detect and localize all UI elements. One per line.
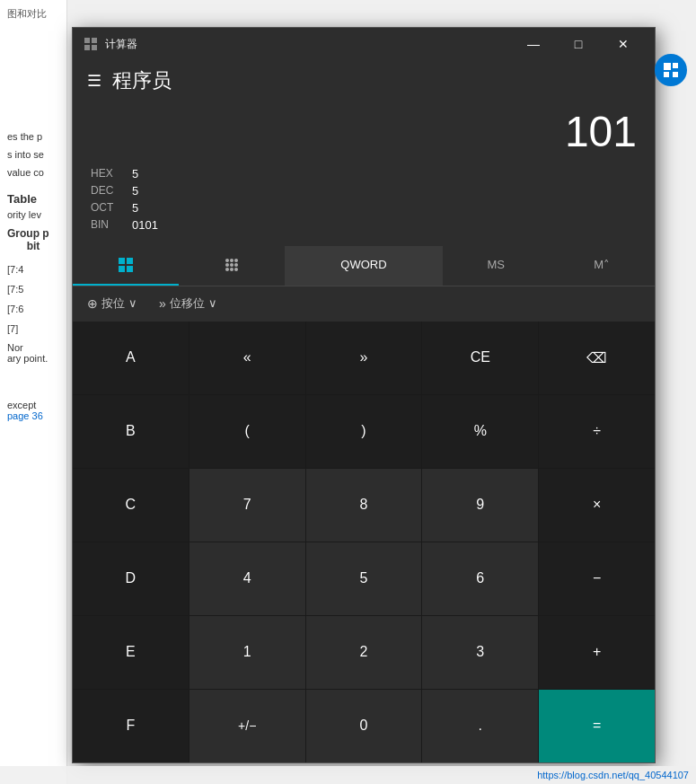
- btn-7[interactable]: 7: [189, 469, 305, 542]
- bg-nor: Nor: [7, 342, 59, 353]
- btn-5[interactable]: 5: [306, 542, 422, 615]
- btn-CE[interactable]: CE: [422, 322, 538, 394]
- oct-value: 5: [132, 201, 138, 215]
- btn-plusminus[interactable]: +/−: [189, 690, 305, 762]
- window-controls: — □ ✕: [513, 31, 644, 57]
- tab-m[interactable]: M˄: [549, 246, 655, 286]
- btn-E[interactable]: E: [73, 616, 189, 689]
- btn-D[interactable]: D: [73, 542, 189, 615]
- bg-except: except: [7, 400, 59, 410]
- svg-point-16: [234, 268, 238, 271]
- svg-point-15: [230, 268, 233, 271]
- oct-row: OCT 5: [91, 201, 637, 215]
- svg-rect-6: [119, 266, 125, 272]
- btn-multiply[interactable]: ×: [539, 469, 655, 542]
- btn-A[interactable]: A: [73, 322, 189, 394]
- status-url[interactable]: https://blog.csdn.net/qq_40544107: [537, 770, 689, 780]
- dec-row: DEC 5: [91, 184, 637, 198]
- display-area: 101: [73, 101, 655, 160]
- btn-lshift[interactable]: «: [189, 322, 305, 394]
- svg-point-11: [225, 263, 229, 267]
- btn-divide[interactable]: ÷: [539, 395, 655, 468]
- bg-items: [7:4 [7:5 [7:6 [7]: [7, 260, 59, 339]
- minimize-button[interactable]: —: [513, 31, 554, 57]
- svg-rect-4: [119, 258, 125, 264]
- title-bar-left: 计算器: [84, 37, 137, 52]
- floating-badge: [655, 54, 687, 86]
- background-content: 图和对比 es the p s into se value co Table o…: [0, 0, 67, 784]
- maximize-button[interactable]: □: [558, 31, 599, 57]
- tab-dots[interactable]: [179, 246, 285, 286]
- tab-ms[interactable]: MS: [443, 246, 549, 286]
- bg-group-sub: bit: [7, 240, 59, 252]
- svg-rect-1: [92, 38, 97, 43]
- btn-percent[interactable]: %: [422, 395, 538, 468]
- app-icon: [84, 37, 98, 51]
- hex-value: 5: [132, 167, 138, 181]
- svg-rect-3: [92, 45, 97, 50]
- btn-0[interactable]: 0: [306, 690, 422, 762]
- btn-rparen[interactable]: ): [306, 395, 422, 468]
- svg-rect-5: [127, 258, 133, 264]
- bg-link[interactable]: page 36: [7, 410, 59, 421]
- svg-point-8: [225, 259, 229, 262]
- calc-header: ☰ 程序员: [73, 60, 655, 101]
- btn-rshift[interactable]: »: [306, 322, 422, 394]
- btn-plus[interactable]: +: [539, 616, 655, 689]
- btn-2[interactable]: 2: [306, 616, 422, 689]
- dec-label: DEC: [91, 184, 118, 197]
- btn-backspace[interactable]: ⌫: [539, 322, 655, 394]
- bit-chevron: ∨: [128, 296, 137, 310]
- dec-value: 5: [132, 184, 138, 198]
- svg-point-9: [230, 259, 233, 262]
- btn-4[interactable]: 4: [189, 542, 305, 615]
- svg-point-14: [225, 268, 229, 271]
- btn-3[interactable]: 3: [422, 616, 538, 689]
- hex-label: HEX: [91, 167, 118, 180]
- btn-lparen[interactable]: (: [189, 395, 305, 468]
- shift-button[interactable]: » 位移位 ∨: [152, 292, 225, 315]
- bit-button[interactable]: ⊕ 按位 ∨: [80, 292, 145, 315]
- btn-C[interactable]: C: [73, 469, 189, 542]
- btn-8[interactable]: 8: [306, 469, 422, 542]
- bg-boundary: ary point.: [7, 353, 59, 364]
- num-representations: HEX 5 DEC 5 OCT 5 BIN 0101: [73, 160, 655, 242]
- svg-point-10: [234, 259, 238, 262]
- btn-9[interactable]: 9: [422, 469, 538, 542]
- hamburger-icon[interactable]: ☰: [87, 71, 101, 91]
- bit-label: 按位: [101, 295, 125, 312]
- svg-point-12: [230, 263, 233, 267]
- btn-equals[interactable]: =: [539, 690, 655, 762]
- mode-tabs: QWORD MS M˄: [73, 246, 655, 286]
- status-bar: https://blog.csdn.net/qq_40544107: [0, 766, 696, 784]
- svg-rect-0: [84, 38, 90, 43]
- title-bar: 计算器 — □ ✕: [73, 28, 655, 60]
- btn-B[interactable]: B: [73, 395, 189, 468]
- bin-value: 0101: [132, 218, 158, 232]
- btn-minus[interactable]: −: [539, 542, 655, 615]
- oct-label: OCT: [91, 201, 118, 214]
- bg-title: 图和对比: [7, 7, 59, 21]
- tab-qword[interactable]: QWORD: [285, 246, 444, 286]
- bg-text-2: s into se: [7, 146, 59, 164]
- svg-rect-19: [664, 72, 669, 77]
- btn-6[interactable]: 6: [422, 542, 538, 615]
- bin-label: BIN: [91, 218, 118, 231]
- svg-rect-17: [664, 63, 671, 70]
- tab-grid[interactable]: [73, 246, 179, 286]
- svg-point-13: [234, 263, 238, 267]
- shift-icon: »: [159, 296, 166, 311]
- bin-row: BIN 0101: [91, 218, 637, 232]
- bg-group: Group p: [7, 227, 59, 240]
- calculator-window: 计算器 — □ ✕ ☰ 程序员 101 HEX 5 DEC 5 OCT 5 BI…: [72, 27, 656, 763]
- svg-rect-7: [127, 266, 133, 272]
- close-button[interactable]: ✕: [603, 31, 644, 57]
- btn-dot[interactable]: .: [422, 690, 538, 762]
- btn-1[interactable]: 1: [189, 616, 305, 689]
- btn-F[interactable]: F: [73, 690, 189, 762]
- bg-priority: ority lev: [7, 209, 59, 220]
- svg-rect-2: [84, 45, 90, 50]
- display-value: 101: [91, 109, 637, 156]
- shift-chevron: ∨: [208, 296, 217, 310]
- svg-rect-20: [673, 72, 678, 77]
